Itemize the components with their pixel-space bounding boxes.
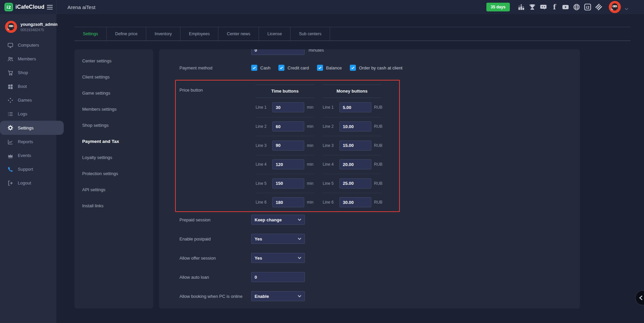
sidebar-item-events[interactable]: Events [0, 149, 56, 162]
sidebar-item-logout[interactable]: Logout [0, 176, 56, 190]
svg-text:i2: i2 [586, 5, 590, 9]
tab-inventory[interactable]: Inventory [146, 27, 180, 41]
time-buttons-line-5-input[interactable] [272, 178, 304, 189]
settings-icon [7, 125, 13, 131]
icafecloud-icon[interactable]: i2 [584, 3, 591, 11]
unit-label: min [307, 124, 313, 129]
checkbox-label: Order by cash at client [359, 65, 402, 70]
sidebar-item-label: Reports [18, 139, 33, 144]
line-label: Line 2 [323, 124, 339, 129]
money-buttons-line-3-input[interactable] [339, 141, 371, 151]
sidebar-item-shop[interactable]: Shop [0, 66, 56, 79]
settings-row: Allow offer sessionYes [179, 253, 580, 263]
sidebar-item-members[interactable]: Members [0, 52, 56, 66]
time-buttons-line-1-input[interactable] [272, 102, 304, 112]
settings-menu-item-game-settings[interactable]: Game settings [74, 85, 153, 101]
enable-postpaid-select[interactable]: Yes [251, 234, 305, 244]
tab-license[interactable]: License [259, 27, 290, 41]
time-buttons-line-6-input[interactable] [272, 197, 304, 207]
checkbox-cash[interactable] [251, 65, 257, 71]
time-buttons-line-4-input[interactable] [272, 159, 304, 169]
settings-menu-item-client-settings[interactable]: Client settings [74, 69, 153, 85]
settings-menu-item-protection-settings[interactable]: Protection settings [74, 165, 153, 181]
sidebar: youngzsoft_admin 005193482475 ComputersM… [0, 14, 56, 323]
topbar-divider [56, 0, 57, 14]
time-buttons-line-2-input[interactable] [272, 121, 304, 131]
user-id: 005193482475 [20, 28, 57, 32]
icafecloud-logo-icon[interactable]: i2 [4, 3, 13, 11]
money-buttons-line-2-input[interactable] [339, 121, 371, 131]
sidebar-item-settings[interactable]: Settings [0, 121, 64, 135]
line-label: Line 4 [323, 162, 339, 167]
sidebar-item-label: Boot [18, 84, 27, 89]
price-row: Line 3min [256, 136, 314, 155]
globe-icon[interactable] [573, 3, 580, 11]
clipped-row: minutes [179, 49, 580, 55]
select-value: Yes [255, 256, 262, 261]
row-label: Enable postpaid [179, 236, 251, 241]
chevron-down-icon[interactable] [625, 6, 629, 8]
checkbox-credit-card[interactable] [278, 65, 284, 71]
tab-employees[interactable]: Employees [180, 27, 218, 41]
payment-method-label: Payment method [179, 65, 251, 70]
unit-label: RUB [374, 162, 382, 167]
sidebar-item-logs[interactable]: Logs [0, 107, 56, 121]
payment-method-options: CashCredit cardBalanceOrder by cash at c… [251, 65, 402, 71]
layers-icon[interactable] [595, 3, 602, 11]
price-row: Line 4min [256, 155, 314, 174]
checkbox-order-by-cash-at-client[interactable] [350, 65, 356, 71]
clipped-row-input[interactable] [251, 49, 305, 55]
license-days-badge[interactable]: 35 days [486, 3, 510, 11]
settings-menu-item-payment-and-tax[interactable]: Payment and Tax [74, 133, 153, 149]
unit-label: min [307, 181, 313, 186]
hamburger-menu-icon[interactable] [47, 5, 53, 10]
sidebar-item-games[interactable]: Games [0, 93, 56, 107]
tab-define-price[interactable]: Define price [107, 27, 146, 41]
checkbox-balance[interactable] [317, 65, 323, 71]
user-block: youngzsoft_admin 005193482475 [0, 14, 56, 33]
ranking-icon[interactable] [518, 3, 525, 11]
youtube-icon[interactable] [562, 3, 569, 11]
tab-center-news[interactable]: Center news [218, 27, 259, 41]
prepaid-session-select[interactable]: Keep change [251, 215, 305, 225]
unit-label: RUB [374, 181, 382, 186]
discord-icon[interactable] [540, 3, 547, 11]
money-buttons-line-1-input[interactable] [339, 102, 371, 112]
sidebar-item-reports[interactable]: Reports [0, 135, 56, 149]
settings-menu-item-members-settings[interactable]: Members settings [74, 101, 153, 117]
facebook-icon[interactable]: f [551, 3, 558, 11]
allow-offer-session-select[interactable]: Yes [251, 253, 305, 263]
settings-menu-item-shop-settings[interactable]: Shop settings [74, 117, 153, 133]
sidebar-item-boot[interactable]: Boot [0, 79, 56, 93]
tab-settings[interactable]: Settings [74, 27, 107, 41]
boot-icon [7, 84, 13, 90]
money-buttons-line-5-input[interactable] [339, 178, 371, 189]
sidebar-item-label: Logout [18, 180, 31, 185]
sidebar-item-support[interactable]: Support [0, 162, 56, 176]
unit-label: min [307, 105, 313, 110]
sidebar-item-computers[interactable]: Computers [0, 38, 56, 52]
settings-menu-item-center-settings[interactable]: Center settings [74, 53, 153, 69]
line-label: Line 3 [256, 143, 272, 148]
tab-sub-centers[interactable]: Sub centers [290, 27, 330, 41]
allow-auto-loan-input[interactable] [251, 272, 305, 282]
trophy-icon[interactable] [529, 3, 536, 11]
settings-menu-item-install-links[interactable]: Install links [74, 198, 153, 214]
time-buttons-column: Time buttonsLine 1minLine 2minLine 3minL… [256, 85, 314, 212]
sidebar-item-label: Shop [18, 70, 28, 75]
time-buttons-line-3-input[interactable] [272, 141, 304, 151]
unit-label: min [307, 200, 313, 205]
panel-collapse-button[interactable] [635, 290, 644, 305]
allow-booking-when-pc-is-online-select[interactable]: Enable [251, 291, 305, 301]
chevron-down-icon [298, 237, 302, 240]
games-icon [7, 97, 13, 103]
settings-menu-item-api-settings[interactable]: API settings [74, 181, 153, 198]
column-header: Money buttons [323, 85, 381, 98]
money-buttons-line-4-input[interactable] [339, 159, 371, 169]
settings-menu-item-loyalty-settings[interactable]: Loyalty settings [74, 149, 153, 165]
money-buttons-line-6-input[interactable] [339, 197, 371, 207]
settings-row: Prepaid sessionKeep change [179, 215, 580, 225]
user-avatar[interactable] [609, 1, 621, 13]
price-button-section: Price button Time buttonsLine 1minLine 2… [175, 80, 400, 212]
sidebar-nav: ComputersMembersShopBootGamesLogsSetting… [0, 38, 56, 190]
